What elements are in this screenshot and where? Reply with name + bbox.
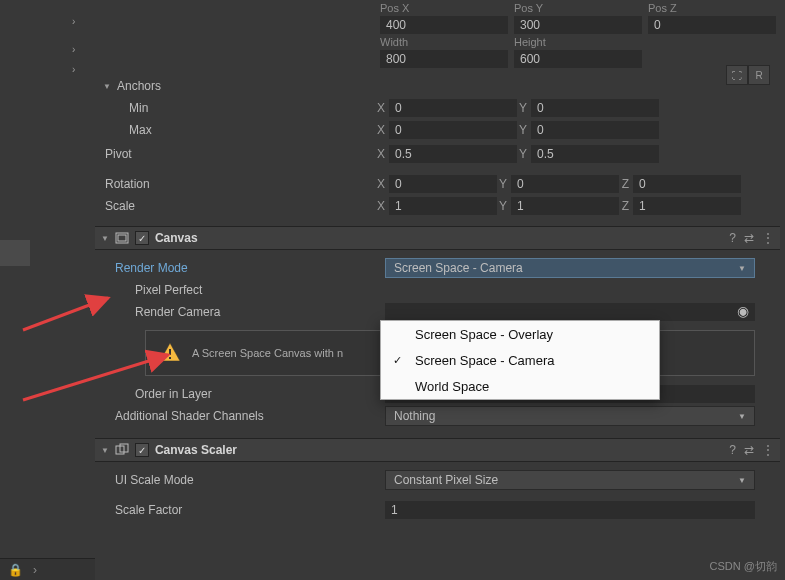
x-label: X bbox=[375, 199, 389, 213]
object-picker-icon[interactable]: ◉ bbox=[737, 303, 749, 319]
dropdown-arrow-icon: ▼ bbox=[738, 476, 746, 485]
posy-input[interactable] bbox=[514, 16, 642, 34]
y-label: Y bbox=[517, 101, 531, 115]
scale-factor-label: Scale Factor bbox=[105, 503, 385, 517]
inspector-panel: Pos X Pos Y Pos Z Width Height ⛶ R Ancho… bbox=[95, 0, 780, 580]
menu-icon[interactable]: ⋮ bbox=[762, 231, 774, 245]
canvas-enabled-checkbox[interactable]: ✓ bbox=[135, 231, 149, 245]
scale-x[interactable] bbox=[389, 197, 497, 215]
x-label: X bbox=[375, 177, 389, 191]
anchors-max-y[interactable] bbox=[531, 121, 659, 139]
render-mode-popup: Screen Space - Overlay ✓Screen Space - C… bbox=[380, 320, 660, 400]
width-label: Width bbox=[380, 36, 510, 48]
raw-edit-button[interactable]: R bbox=[748, 65, 770, 85]
anchors-min-x[interactable] bbox=[389, 99, 517, 117]
shader-channels-label: Additional Shader Channels bbox=[105, 409, 385, 423]
anchors-min-y[interactable] bbox=[531, 99, 659, 117]
canvas-scaler-icon bbox=[115, 443, 129, 457]
footer-bar: 🔒 › bbox=[0, 558, 95, 580]
posx-label: Pos X bbox=[380, 2, 510, 14]
posz-label: Pos Z bbox=[648, 2, 778, 14]
chevron-icon[interactable]: › bbox=[33, 563, 37, 577]
svg-rect-3 bbox=[169, 357, 171, 359]
render-mode-dropdown[interactable]: Screen Space - Camera ▼ bbox=[385, 258, 755, 278]
pivot-x[interactable] bbox=[389, 145, 517, 163]
height-input[interactable] bbox=[514, 50, 642, 68]
y-label: Y bbox=[517, 123, 531, 137]
render-camera-label: Render Camera bbox=[105, 305, 385, 319]
scale-y[interactable] bbox=[511, 197, 619, 215]
canvas-title: Canvas bbox=[155, 231, 721, 245]
rotation-label: Rotation bbox=[95, 177, 375, 191]
anchors-title: Anchors bbox=[113, 79, 373, 93]
rotation-x[interactable] bbox=[389, 175, 497, 193]
height-label: Height bbox=[514, 36, 644, 48]
scale-label: Scale bbox=[95, 199, 375, 213]
render-camera-field[interactable]: ◉ bbox=[385, 303, 755, 321]
render-mode-value: Screen Space - Camera bbox=[394, 261, 523, 275]
shader-channels-dropdown[interactable]: Nothing ▼ bbox=[385, 406, 755, 426]
render-mode-label: Render Mode bbox=[105, 261, 385, 275]
menu-icon[interactable]: ⋮ bbox=[762, 443, 774, 457]
help-icon[interactable]: ? bbox=[729, 443, 736, 457]
posy-label: Pos Y bbox=[514, 2, 644, 14]
canvas-icon bbox=[115, 231, 129, 245]
x-label: X bbox=[375, 101, 389, 115]
preset-icon[interactable]: ⇄ bbox=[744, 231, 754, 245]
blueprint-button[interactable]: ⛶ bbox=[726, 65, 748, 85]
scale-factor-input[interactable] bbox=[385, 501, 755, 519]
blueprint-buttons: ⛶ R bbox=[726, 65, 770, 85]
width-input[interactable] bbox=[380, 50, 508, 68]
chevron-right-icon[interactable]: › bbox=[72, 64, 75, 75]
x-label: X bbox=[375, 123, 389, 137]
y-label: Y bbox=[497, 199, 511, 213]
ui-scale-mode-value: Constant Pixel Size bbox=[394, 473, 498, 487]
z-label: Z bbox=[619, 199, 633, 213]
watermark: CSDN @切韵 bbox=[710, 559, 777, 574]
check-icon: ✓ bbox=[393, 354, 415, 367]
y-label: Y bbox=[517, 147, 531, 161]
x-label: X bbox=[375, 147, 389, 161]
render-mode-option-camera[interactable]: ✓Screen Space - Camera bbox=[381, 347, 659, 373]
lock-icon[interactable]: 🔒 bbox=[8, 563, 23, 577]
scaler-foldout-icon[interactable]: ▼ bbox=[101, 446, 109, 455]
canvas-scaler-header[interactable]: ▼ ✓ Canvas Scaler ? ⇄ ⋮ bbox=[95, 438, 780, 462]
svg-rect-1 bbox=[118, 235, 126, 241]
dropdown-arrow-icon: ▼ bbox=[738, 412, 746, 421]
rotation-z[interactable] bbox=[633, 175, 741, 193]
warning-icon bbox=[158, 341, 182, 365]
preset-icon[interactable]: ⇄ bbox=[744, 443, 754, 457]
render-mode-option-overlay[interactable]: Screen Space - Overlay bbox=[381, 321, 659, 347]
help-icon[interactable]: ? bbox=[729, 231, 736, 245]
selection-strip bbox=[0, 240, 30, 266]
canvas-header[interactable]: ▼ ✓ Canvas ? ⇄ ⋮ bbox=[95, 226, 780, 250]
shader-channels-value: Nothing bbox=[394, 409, 435, 423]
posz-input[interactable] bbox=[648, 16, 776, 34]
dropdown-arrow-icon: ▼ bbox=[738, 264, 746, 273]
scale-z[interactable] bbox=[633, 197, 741, 215]
y-label: Y bbox=[497, 177, 511, 191]
hierarchy-sidebar: › › › bbox=[0, 0, 90, 580]
anchors-foldout[interactable] bbox=[101, 82, 113, 91]
chevron-right-icon[interactable]: › bbox=[72, 44, 75, 55]
order-in-layer-label: Order in Layer bbox=[105, 387, 385, 401]
svg-rect-2 bbox=[169, 349, 171, 355]
pivot-label: Pivot bbox=[95, 147, 375, 161]
pixel-perfect-label: Pixel Perfect bbox=[105, 283, 385, 297]
pivot-y[interactable] bbox=[531, 145, 659, 163]
chevron-right-icon[interactable]: › bbox=[72, 16, 75, 27]
rotation-y[interactable] bbox=[511, 175, 619, 193]
anchors-max-x[interactable] bbox=[389, 121, 517, 139]
z-label: Z bbox=[619, 177, 633, 191]
anchors-min-label: Min bbox=[95, 101, 375, 115]
canvas-foldout-icon[interactable]: ▼ bbox=[101, 234, 109, 243]
ui-scale-mode-dropdown[interactable]: Constant Pixel Size ▼ bbox=[385, 470, 755, 490]
render-mode-option-world[interactable]: World Space bbox=[381, 373, 659, 399]
anchors-max-label: Max bbox=[95, 123, 375, 137]
scaler-enabled-checkbox[interactable]: ✓ bbox=[135, 443, 149, 457]
scaler-title: Canvas Scaler bbox=[155, 443, 721, 457]
posx-input[interactable] bbox=[380, 16, 508, 34]
ui-scale-mode-label: UI Scale Mode bbox=[105, 473, 385, 487]
